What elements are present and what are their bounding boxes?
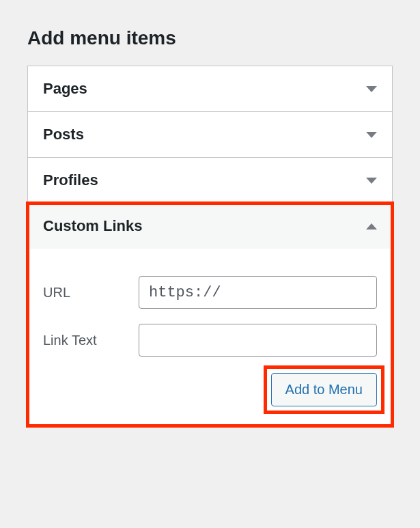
chevron-down-icon [366, 86, 377, 92]
link-text-input[interactable] [139, 324, 377, 357]
form-row-link-text: Link Text [43, 324, 377, 357]
url-label: URL [43, 285, 139, 301]
accordion-item-profiles: Profiles [28, 158, 392, 204]
chevron-up-icon [366, 223, 377, 230]
button-wrap: Add to Menu [271, 373, 377, 406]
button-row: Add to Menu [43, 373, 377, 406]
accordion-header-pages[interactable]: Pages [28, 66, 392, 111]
accordion-container: Pages Posts Profiles Custom Links URL Li [27, 66, 393, 426]
accordion-item-pages: Pages [28, 66, 392, 112]
chevron-down-icon [366, 178, 377, 184]
accordion-title-profiles: Profiles [43, 171, 98, 189]
link-text-label: Link Text [43, 333, 139, 348]
accordion-body-custom-links: URL Link Text Add to Menu [28, 249, 392, 426]
url-input[interactable] [139, 276, 377, 309]
accordion-item-custom-links: Custom Links URL Link Text Add to Menu [28, 204, 392, 426]
form-row-url: URL [43, 276, 377, 309]
accordion-header-custom-links[interactable]: Custom Links [28, 204, 392, 249]
accordion-item-posts: Posts [28, 112, 392, 158]
accordion-header-profiles[interactable]: Profiles [28, 158, 392, 203]
add-to-menu-button[interactable]: Add to Menu [271, 373, 377, 406]
accordion-title-pages: Pages [43, 80, 87, 98]
accordion-title-posts: Posts [43, 126, 84, 143]
section-title: Add menu items [27, 27, 393, 49]
accordion-title-custom-links: Custom Links [43, 217, 142, 235]
chevron-down-icon [366, 132, 377, 138]
accordion-header-posts[interactable]: Posts [28, 112, 392, 157]
